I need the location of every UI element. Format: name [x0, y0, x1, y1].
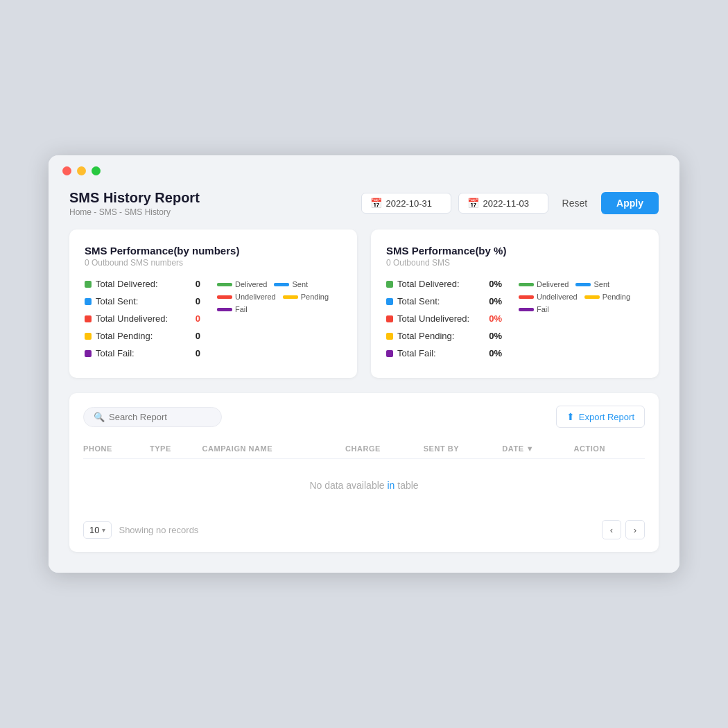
legend-pct-label-sent: Sent	[593, 280, 609, 288]
card-numbers-subtitle: 0 Outbound SMS numbers	[85, 258, 342, 268]
page-header: SMS History Report Home - SMS - SMS Hist…	[69, 182, 659, 229]
legend-color-undelivered	[217, 295, 232, 299]
stat-pending-value: 0	[184, 331, 200, 341]
maximize-dot[interactable]	[92, 166, 101, 175]
dot-delivered	[85, 281, 92, 288]
stat-pending-percent: Total Pending: 0%	[386, 331, 502, 341]
dot-delivered-pct	[386, 281, 393, 288]
stat-undelivered-pct-value: 0%	[485, 313, 502, 324]
search-box[interactable]: 🔍	[83, 407, 222, 427]
card-numbers-title: SMS Performance(by numbers)	[85, 245, 342, 257]
showing-records-text: Showing no records	[119, 525, 595, 535]
no-data-highlight: in	[387, 480, 395, 491]
stat-fail-pct-label: Total Fail:	[397, 348, 481, 358]
col-type: Type	[150, 439, 202, 459]
legend-pct-delivered: Delivered	[519, 280, 569, 288]
legend-sent: Sent	[274, 280, 308, 288]
col-action: Action	[573, 439, 645, 459]
legend-pct-row-1: Delivered Sent	[519, 280, 643, 288]
chevron-down-icon: ▾	[102, 526, 105, 534]
stat-sent-label: Total Sent:	[96, 296, 180, 306]
dot-undelivered	[85, 315, 92, 322]
legend-pct-label-delivered: Delivered	[537, 280, 569, 288]
date-from-input[interactable]: 📅 2022-10-31	[361, 193, 451, 214]
legend-pct-label-undelivered: Undelivered	[537, 293, 578, 301]
legend-fail: Fail	[217, 305, 248, 313]
table-footer: 10 ▾ Showing no records ‹ ›	[83, 520, 645, 539]
no-data-cell: No data available in table	[83, 459, 645, 512]
stat-fail-percent: Total Fail: 0%	[386, 348, 502, 358]
search-input[interactable]	[109, 412, 211, 422]
legend-row-3: Fail	[217, 305, 342, 313]
legend-pct-color-fail	[519, 308, 534, 311]
stat-pending-numbers: Total Pending: 0	[85, 331, 200, 341]
close-dot[interactable]	[62, 166, 71, 175]
stat-fail-value: 0	[184, 348, 200, 358]
rows-per-page-select[interactable]: 10 ▾	[83, 521, 112, 539]
stat-undelivered-pct-label: Total Undelivered:	[397, 313, 481, 324]
stat-delivered-percent: Total Delivered: 0%	[386, 279, 502, 289]
col-date[interactable]: Date ▼	[502, 439, 573, 459]
rows-per-page-value: 10	[89, 525, 99, 535]
pagination: ‹ ›	[602, 520, 645, 539]
prev-page-button[interactable]: ‹	[602, 520, 621, 539]
stat-delivered-value: 0	[184, 279, 200, 289]
stat-delivered-numbers: Total Delivered: 0	[85, 279, 200, 289]
legend-label-undelivered: Undelivered	[235, 293, 276, 301]
card-by-numbers: SMS Performance(by numbers) 0 Outbound S…	[69, 229, 357, 378]
stat-sent-pct-value: 0%	[485, 296, 502, 306]
calendar-icon-to: 📅	[467, 198, 479, 209]
export-button[interactable]: ⬆ Export Report	[556, 406, 645, 428]
export-label: Export Report	[579, 412, 634, 422]
legend-pct-label-pending: Pending	[603, 293, 630, 301]
breadcrumb: Home - SMS - SMS History	[69, 207, 200, 217]
col-campaign: Campaign Name	[202, 439, 345, 459]
stat-sent-percent: Total Sent: 0%	[386, 296, 502, 306]
apply-button[interactable]: Apply	[601, 192, 659, 214]
stat-fail-numbers: Total Fail: 0	[85, 348, 200, 358]
stat-pending-label: Total Pending:	[96, 331, 180, 341]
legend-label-pending: Pending	[301, 293, 329, 301]
sort-icon: ▼	[526, 444, 534, 453]
legend-pct-label-fail: Fail	[537, 305, 549, 313]
stat-undelivered-value: 0	[184, 313, 200, 324]
card-percent-legend: Delivered Sent Undelivered	[519, 279, 643, 365]
stat-sent-pct-label: Total Sent:	[397, 296, 481, 306]
card-numbers-legend: Delivered Sent Undelivered	[217, 279, 342, 365]
legend-row-2: Undelivered Pending	[217, 293, 342, 301]
card-percent-title: SMS Performance(by %)	[386, 245, 643, 257]
search-icon: 🔍	[94, 412, 105, 422]
legend-pct-sent: Sent	[575, 280, 609, 288]
reset-button[interactable]: Reset	[555, 193, 595, 213]
legend-pct-row-2: Undelivered Pending	[519, 293, 643, 301]
legend-pct-color-undelivered	[519, 295, 534, 299]
dot-fail-pct	[386, 350, 393, 357]
upload-icon: ⬆	[566, 411, 575, 422]
legend-pct-color-delivered	[519, 283, 534, 286]
card-percent-subtitle: 0 Outbound SMS	[386, 258, 643, 268]
next-page-button[interactable]: ›	[625, 520, 645, 539]
date-to-input[interactable]: 📅 2022-11-03	[458, 193, 548, 214]
legend-undelivered: Undelivered	[217, 293, 276, 301]
dot-pending-pct	[386, 333, 393, 340]
cards-row: SMS Performance(by numbers) 0 Outbound S…	[69, 229, 659, 378]
legend-pct-fail: Fail	[519, 305, 549, 313]
stat-sent-numbers: Total Sent: 0	[85, 296, 200, 306]
date-to-value: 2022-11-03	[483, 198, 530, 209]
stat-undelivered-label: Total Undelivered:	[96, 313, 180, 324]
data-table: Phone Type Campaign Name Charge Sent By …	[83, 439, 645, 512]
stat-fail-pct-value: 0%	[485, 348, 502, 358]
col-charge: Charge	[345, 439, 424, 459]
page-content: SMS History Report Home - SMS - SMS Hist…	[49, 182, 679, 573]
legend-pct-undelivered: Undelivered	[519, 293, 578, 301]
minimize-dot[interactable]	[77, 166, 86, 175]
legend-pct-row-3: Fail	[519, 305, 643, 313]
stat-delivered-pct-value: 0%	[485, 279, 502, 289]
card-percent-stats: Total Delivered: 0% Total Sent: 0% Total…	[386, 279, 502, 365]
card-percent-body: Total Delivered: 0% Total Sent: 0% Total…	[386, 279, 643, 365]
page-title: SMS History Report	[69, 189, 200, 206]
calendar-icon-from: 📅	[370, 198, 382, 209]
legend-pct-color-pending	[584, 295, 600, 299]
card-numbers-stats: Total Delivered: 0 Total Sent: 0 Total U…	[85, 279, 200, 365]
legend-pct-color-sent	[575, 283, 591, 286]
